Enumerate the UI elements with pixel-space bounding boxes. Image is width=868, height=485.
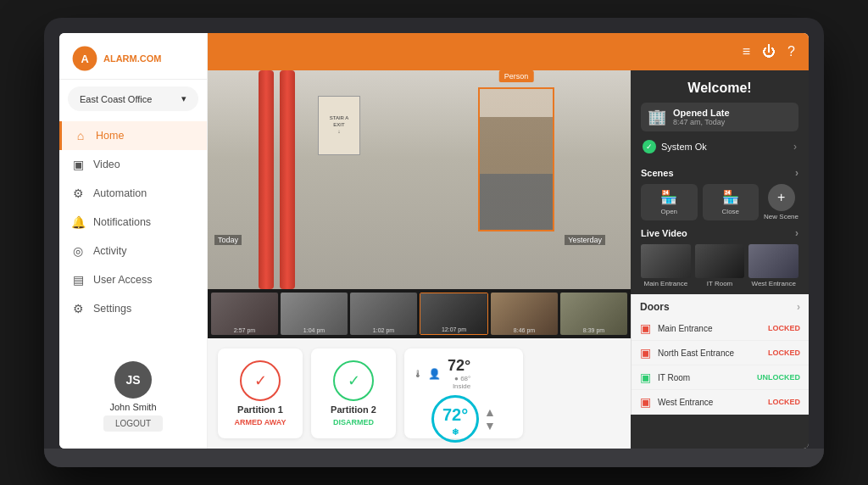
door-name-1: North East Entrance (658, 348, 761, 358)
scenes-section: Scenes › 🏪 Open 🏪 Close (631, 167, 809, 227)
partition-1-panel: ✓ Partition 1 ARMED AWAY (218, 348, 303, 438)
sidebar-item-activity[interactable]: ◎ Activity (59, 237, 207, 265)
camera-background: STAIR AEXIT↓ Person Today Yesterday (208, 70, 631, 289)
temp-down-arrow[interactable]: ▼ (484, 420, 496, 432)
video-thumb-west-label: West Entrance (752, 280, 796, 287)
video-thumb-main-img (641, 244, 691, 278)
thermostat-arrows: ▲ ▼ (484, 406, 496, 432)
thumb-1[interactable]: 1:04 pm (281, 293, 348, 335)
logo-text: ALARM.COM (103, 53, 161, 64)
location-label: East Coast Office (80, 94, 152, 104)
activity-icon: ◎ (71, 244, 85, 258)
thumb-time-5: 8:39 pm (583, 327, 604, 333)
alert-row: 🏢 Opened Late 8:47 am, Today (641, 103, 798, 131)
scenes-chevron[interactable]: › (795, 167, 798, 179)
sidebar-item-automation[interactable]: ⚙ Automation (59, 179, 207, 208)
system-ok-label: System Ok (661, 142, 707, 152)
welcome-title: Welcome! (641, 81, 798, 96)
thumb-time-2: 1:02 pm (373, 327, 394, 333)
scene-close-button[interactable]: 🏪 Close (703, 184, 760, 220)
right-side-panel: Welcome! 🏢 Opened Late 8:47 am, Today (631, 70, 809, 449)
sidebar-item-video[interactable]: ▣ Video (59, 150, 207, 179)
partition-2-circle: ✓ (333, 360, 374, 401)
thumbnails-strip: 2:57 pm 1:04 pm 1:02 pm (208, 289, 631, 338)
partition-1-status: ARMED AWAY (235, 418, 287, 426)
scenes-header: Scenes › (641, 167, 798, 179)
sidebar: A ALARM.COM East Coast Office ▾ ⌂ Home (59, 33, 208, 449)
sidebar-item-home[interactable]: ⌂ Home (59, 121, 207, 150)
video-thumb-main-label: Main Entrance (644, 280, 688, 287)
chevron-down-icon: ▾ (181, 93, 186, 104)
logout-button[interactable]: LOGOUT (103, 415, 163, 432)
partition-2-icon: ✓ (348, 371, 360, 390)
user-name: John Smith (109, 402, 156, 412)
thumb-3[interactable]: 12:07 pm (420, 293, 488, 335)
menu-icon[interactable]: ≡ (743, 44, 750, 59)
sidebar-item-user-access[interactable]: ▤ User Access (59, 265, 207, 294)
help-icon[interactable]: ? (787, 44, 795, 59)
door-row-0[interactable]: ▣ Main Entrance LOCKED (632, 316, 809, 341)
video-thumb-it[interactable]: IT Room (695, 244, 745, 287)
video-thumb-main[interactable]: Main Entrance (641, 244, 691, 287)
live-video-label: Live Video (641, 228, 687, 238)
live-video-section: Live Video › Main Entrance IT (631, 227, 809, 294)
thermostat-flame-icon: 🌡 (413, 368, 423, 380)
system-ok-row[interactable]: ✓ System Ok › (641, 137, 798, 157)
timestamp-today: Today (214, 235, 242, 245)
sidebar-logo: A ALARM.COM (59, 33, 207, 80)
thermostat-detail: ● 68° (454, 375, 470, 382)
thumb-0[interactable]: 2:57 pm (211, 293, 278, 335)
thermostat-top: 🌡 👤 72° ● 68° Inside (413, 357, 515, 390)
nav-label-video: Video (93, 159, 120, 170)
thumb-5[interactable]: 8:39 pm (560, 293, 627, 335)
timestamp-yesterday: Yesterday (565, 235, 605, 245)
door-status-1: LOCKED (768, 348, 800, 357)
door-row-2[interactable]: ▣ IT Room UNLOCKED (632, 365, 809, 390)
door-icon-3: ▣ (640, 395, 651, 409)
pipe-right (280, 70, 295, 289)
laptop-frame: A ALARM.COM East Coast Office ▾ ⌂ Home (44, 18, 824, 467)
scenes-label: Scenes (641, 168, 674, 178)
thermostat-set-temp: 72° (448, 357, 470, 375)
location-selector[interactable]: East Coast Office ▾ (68, 86, 198, 111)
alert-time: 8:47 am, Today (673, 118, 730, 126)
top-header: ≡ ⏻ ? (208, 33, 809, 70)
laptop-base (44, 449, 824, 467)
sidebar-item-settings[interactable]: ⚙ Settings (59, 294, 207, 323)
thermostat-temp-display: 72° (442, 405, 468, 425)
thumb-time-1: 1:04 pm (303, 327, 325, 333)
avatar: JS (114, 361, 152, 399)
home-icon: ⌂ (74, 129, 87, 142)
doors-panel: Doors › ▣ Main Entrance LOCKED ▣ North E… (631, 294, 809, 415)
scene-close-label: Close (722, 208, 739, 215)
sidebar-user: JS John Smith LOGOUT (59, 353, 207, 440)
scene-add-button[interactable]: + (768, 184, 795, 211)
thermostat-icons: 🌡 👤 (413, 368, 441, 380)
door-icon-0: ▣ (640, 321, 651, 335)
thumb-2[interactable]: 1:02 pm (350, 293, 417, 335)
nav-label-home: Home (96, 130, 124, 142)
check-circle-icon: ✓ (643, 140, 656, 153)
video-thumb-west[interactable]: West Entrance (748, 244, 798, 287)
door-row-3[interactable]: ▣ West Entrance LOCKED (632, 390, 809, 415)
left-main: STAIR AEXIT↓ Person Today Yesterday (208, 70, 631, 449)
sidebar-item-notifications[interactable]: 🔔 Notifications (59, 208, 207, 237)
power-icon[interactable]: ⏻ (762, 44, 776, 59)
app-container: A ALARM.COM East Coast Office ▾ ⌂ Home (59, 33, 809, 449)
alarm-logo-icon: A (71, 45, 98, 72)
thumb-4[interactable]: 8:46 pm (491, 293, 558, 335)
scene-close-icon: 🏪 (722, 189, 739, 205)
scene-add-label: New Scene (764, 213, 798, 220)
door-row-1[interactable]: ▣ North East Entrance LOCKED (632, 341, 809, 365)
person-detection-box: Person (478, 87, 554, 231)
scene-open-button[interactable]: 🏪 Open (641, 184, 698, 220)
alert-text: Opened Late 8:47 am, Today (673, 108, 730, 126)
door-name-0: Main Entrance (658, 324, 761, 333)
user-access-icon: ▤ (71, 273, 85, 287)
live-video-chevron[interactable]: › (795, 227, 798, 239)
temp-up-arrow[interactable]: ▲ (484, 406, 496, 418)
doors-chevron[interactable]: › (797, 301, 800, 313)
scene-open-icon: 🏪 (660, 189, 677, 205)
alert-title: Opened Late (673, 108, 730, 118)
thumb-time-0: 2:57 pm (234, 327, 255, 333)
